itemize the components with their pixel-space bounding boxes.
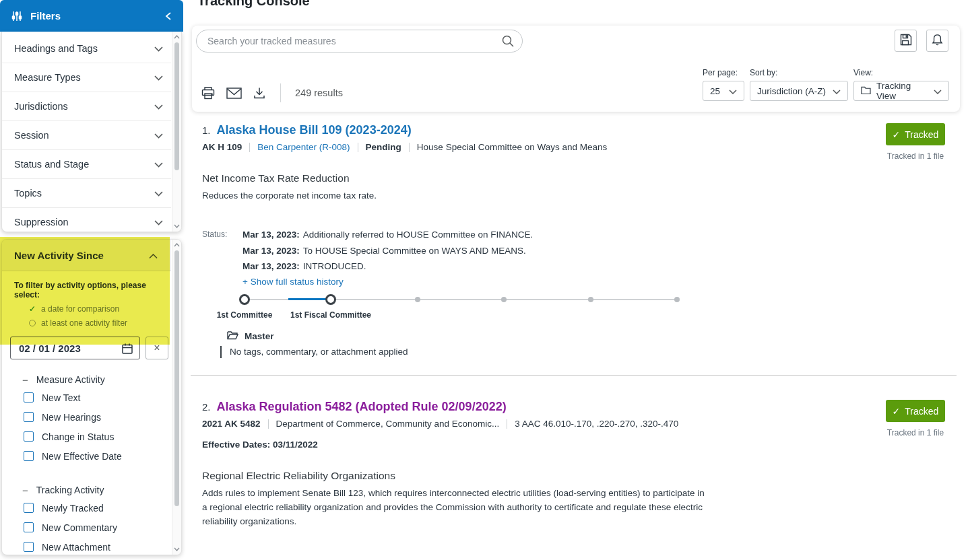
filter-section-measure-types[interactable]: Measure Types xyxy=(2,63,171,92)
show-full-status-link[interactable]: + Show full status history xyxy=(243,277,344,287)
collapse-group-icon[interactable]: − xyxy=(22,485,28,496)
filter-sections-panel: Headings and Tags Measure Types Jurisdic… xyxy=(1,32,182,232)
folder-name: Master xyxy=(245,331,274,341)
measure-summary-title: Net Income Tax Rate Reduction xyxy=(202,172,960,184)
filter-section-status-and-stage[interactable]: Status and Stage xyxy=(2,150,171,179)
chevron-down-icon xyxy=(154,217,163,228)
collapse-group-icon[interactable]: − xyxy=(22,374,28,386)
status-badge: Pending xyxy=(366,142,401,152)
helper-option-filter: at least one activity filter xyxy=(29,318,165,328)
save-search-button[interactable] xyxy=(895,30,917,52)
search-input[interactable] xyxy=(196,30,523,53)
chevron-down-icon xyxy=(934,86,942,96)
date-input-box[interactable] xyxy=(10,337,140,359)
result-title-link[interactable]: Alaska House Bill 109 (2023-2024) xyxy=(217,123,412,137)
measure-summary-title: Regional Electric Reliability Organizati… xyxy=(202,470,960,482)
result-number: 1. xyxy=(202,125,211,136)
chevron-down-icon xyxy=(154,188,163,199)
group-tracking-activity[interactable]: − Tracking Activity xyxy=(22,482,181,498)
status-label: Status: xyxy=(202,227,243,287)
folder-open-icon xyxy=(227,330,238,342)
folder-row[interactable]: Master xyxy=(227,330,960,342)
sidebar-upper-scrollbar[interactable] xyxy=(172,32,181,232)
bill-id: AK H 109 xyxy=(202,142,242,152)
alerts-button[interactable] xyxy=(926,30,948,52)
view-select[interactable]: Tracking View xyxy=(853,81,949,101)
checkbox-row-new-attachment[interactable]: New Attachment xyxy=(24,537,181,555)
sidebar-lower-scrollbar[interactable] xyxy=(172,240,181,555)
checkbox[interactable] xyxy=(24,542,34,552)
checkbox[interactable] xyxy=(24,451,34,461)
sort-by-label: Sort by: xyxy=(750,68,848,77)
scrollbar-thumb[interactable] xyxy=(174,250,179,506)
stepper-progress xyxy=(288,298,329,300)
checkbox[interactable] xyxy=(24,503,34,513)
sponsor-link[interactable]: Ben Carpenter (R-008) xyxy=(257,142,350,152)
filter-section-jurisdictions[interactable]: Jurisdictions xyxy=(2,92,171,121)
results-count: 249 results xyxy=(295,88,343,98)
print-icon[interactable] xyxy=(201,86,216,100)
activity-date-input[interactable] xyxy=(11,337,139,359)
folder-note-text: No tags, commentary, or attachment appli… xyxy=(230,347,408,357)
folder-note-row: No tags, commentary, or attachment appli… xyxy=(220,346,960,358)
save-icon xyxy=(899,33,913,48)
chevron-down-icon xyxy=(154,159,163,170)
checkbox[interactable] xyxy=(24,522,34,532)
checkbox[interactable] xyxy=(24,412,34,422)
result-meta-row: 2021 AK 5482 Department of Commerce, Com… xyxy=(202,419,960,429)
chevron-down-icon xyxy=(833,86,841,96)
scroll-down-icon[interactable] xyxy=(172,222,181,230)
filters-sliders-icon xyxy=(11,10,23,22)
scrollbar-thumb[interactable] xyxy=(174,42,179,170)
checkbox-row-new-text[interactable]: New Text xyxy=(24,388,181,407)
step-label: 1st Fiscal Committee xyxy=(290,310,371,320)
filter-section-headings-and-tags[interactable]: Headings and Tags xyxy=(2,34,171,63)
tracked-status: ✓ Tracked Tracked in 1 file xyxy=(886,400,945,438)
scroll-up-icon[interactable] xyxy=(172,33,181,41)
chevron-down-icon xyxy=(154,130,163,141)
checkbox[interactable] xyxy=(24,392,34,403)
helper-option-date: ✓ a date for comparison xyxy=(29,304,165,314)
group-measure-activity[interactable]: − Measure Activity xyxy=(22,372,181,388)
filter-section-suppression[interactable]: Suppression xyxy=(2,208,171,232)
step-future xyxy=(501,297,507,302)
checkbox[interactable] xyxy=(24,431,34,442)
list-controls: Per page: 25 Sort by: Jurisdiction (A-Z)… xyxy=(703,68,949,101)
email-icon[interactable] xyxy=(226,88,242,99)
chevron-down-icon xyxy=(154,43,163,54)
checkbox-row-new-commentary[interactable]: New Commentary xyxy=(24,518,181,537)
divider xyxy=(280,83,281,102)
search-icon[interactable] xyxy=(501,34,515,48)
tracked-button[interactable]: ✓ Tracked xyxy=(886,123,945,145)
scroll-up-icon[interactable] xyxy=(172,241,181,249)
result-divider xyxy=(191,375,957,376)
filters-title: Filters xyxy=(30,10,61,22)
result-meta-row: AK H 109 Ben Carpenter (R-008) Pending H… xyxy=(202,142,960,152)
page-title: Tracking Console xyxy=(197,0,310,9)
collapse-sidebar-icon[interactable] xyxy=(164,11,172,21)
result-title-link[interactable]: Alaska Regulation 5482 (Adopted Rule 02/… xyxy=(217,400,507,414)
checkbox-row-new-effective-date[interactable]: New Effective Date xyxy=(24,446,181,466)
sort-by-select[interactable]: Jurisdiction (A-Z) xyxy=(750,81,848,101)
step-1st-committee xyxy=(239,294,250,305)
result-item-1: 1. Alaska House Bill 109 (2023-2024) AK … xyxy=(202,123,960,358)
checkbox-row-new-hearings[interactable]: New Hearings xyxy=(24,407,181,427)
committee-name: House Special Committee on Ways and Mean… xyxy=(417,142,607,152)
new-activity-since-header[interactable]: New Activity Since xyxy=(2,240,171,271)
activity-filter-panel: New Activity Since To filter by activity… xyxy=(1,239,182,555)
scroll-down-icon[interactable] xyxy=(172,545,181,553)
activity-date-row: × xyxy=(10,337,181,359)
per-page-select[interactable]: 25 xyxy=(703,81,744,101)
separator xyxy=(268,419,269,429)
view-label: View: xyxy=(853,68,949,77)
filter-section-topics[interactable]: Topics xyxy=(2,179,171,208)
tracked-status: ✓ Tracked Tracked in 1 file xyxy=(886,123,945,161)
checkbox-row-change-in-status[interactable]: Change in Status xyxy=(24,427,181,446)
clear-date-button[interactable]: × xyxy=(146,337,168,359)
result-number: 2. xyxy=(202,401,211,413)
filters-header[interactable]: Filters xyxy=(0,0,183,32)
checkbox-row-newly-tracked[interactable]: Newly Tracked xyxy=(24,498,181,518)
filter-section-session[interactable]: Session xyxy=(2,121,171,150)
tracked-button[interactable]: ✓ Tracked xyxy=(886,400,945,422)
download-icon[interactable] xyxy=(253,86,266,100)
